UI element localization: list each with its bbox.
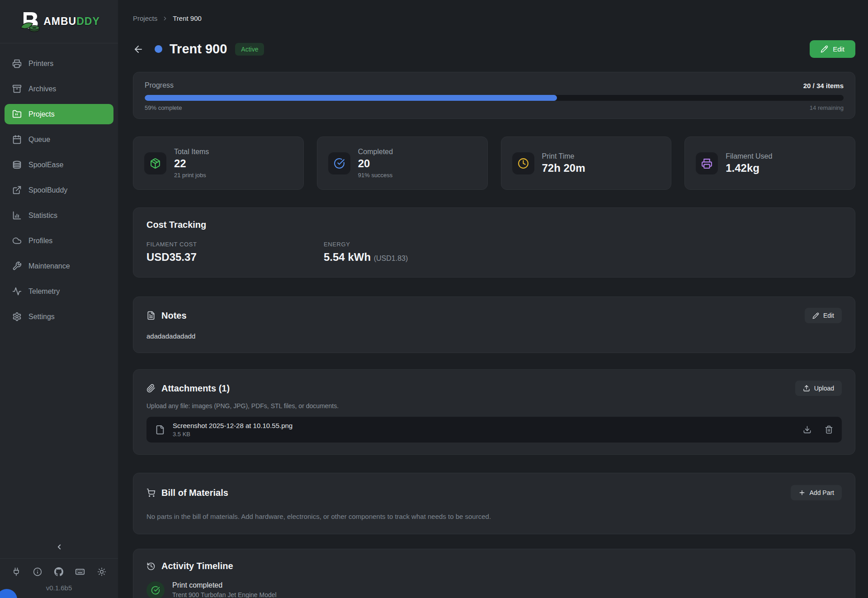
sidebar-item-label: Archives [28, 85, 56, 93]
status-badge: Active [235, 43, 264, 56]
progress-card: Progress 20 / 34 items 59% complete 14 r… [133, 72, 855, 119]
activity-icon [12, 287, 22, 296]
download-icon[interactable] [803, 425, 811, 434]
chevron-left-icon [55, 543, 63, 551]
plus-icon [798, 489, 806, 496]
app-version: v0.1.6b5 [12, 584, 106, 592]
clock-icon [512, 152, 534, 174]
history-icon [146, 562, 156, 571]
stats-row: Total Items 22 21 print jobs Completed 2… [133, 137, 855, 190]
progress-remaining-text: 14 remaining [810, 104, 844, 111]
sidebar-item-printers[interactable]: Printers [5, 53, 113, 74]
timeline-entry-title: Print completed [172, 581, 277, 589]
project-status-dot [155, 45, 162, 53]
stat-label: Print Time [542, 152, 585, 160]
brand-text: AMBUDDY [43, 15, 100, 28]
cloud-icon [12, 236, 22, 245]
upload-button[interactable]: Upload [795, 381, 842, 396]
stat-card-filament-used: Filament Used 1.42kg [684, 137, 855, 190]
sidebar-item-projects[interactable]: Projects [5, 104, 113, 124]
notes-title: Notes [161, 311, 187, 321]
sidebar-item-maintenance[interactable]: Maintenance [5, 256, 113, 276]
stat-value: 1.42kg [726, 162, 772, 174]
progress-percent-text: 59% complete [145, 104, 182, 111]
sidebar-item-label: Profiles [28, 237, 52, 245]
sidebar-item-spoolease[interactable]: SpoolEase [5, 155, 113, 175]
info-icon[interactable] [33, 567, 42, 576]
shopping-cart-icon [146, 488, 156, 497]
check-circle-icon [146, 581, 165, 598]
sidebar-item-label: Telemetry [28, 287, 60, 296]
spool-icon [12, 160, 22, 170]
stat-label: Total Items [174, 148, 209, 156]
stat-sub: 91% success [358, 172, 393, 179]
timeline-entry-subtitle: Trent 900 Turbofan Jet Engine Model [172, 591, 277, 598]
page-header: Trent 900 Active Edit [133, 40, 855, 58]
attachment-row: Screenshot 2025-12-28 at 10.10.55.png 3.… [146, 417, 842, 443]
edit-notes-button[interactable]: Edit [805, 308, 842, 323]
page-title: Trent 900 [170, 42, 227, 57]
stat-card-completed: Completed 20 91% success [317, 137, 488, 190]
sidebar-item-statistics[interactable]: Statistics [5, 205, 113, 226]
upload-icon [803, 385, 810, 392]
cost-tracking-title: Cost Tracking [146, 220, 842, 230]
energy-label: ENERGY [324, 241, 842, 248]
attachment-file-name: Screenshot 2025-12-28 at 10.10.55.png [173, 422, 292, 429]
app-logo: AMBUDDY [0, 0, 118, 43]
chevron-right-icon [162, 15, 168, 22]
sidebar-item-label: Projects [28, 110, 55, 118]
printer-icon [696, 152, 718, 174]
breadcrumb-current: Trent 900 [173, 14, 202, 22]
wrench-icon [12, 261, 22, 271]
cost-tracking-card: Cost Tracking FILAMENT COST USD35.37 ENE… [133, 207, 855, 278]
sidebar-item-spoolbuddy[interactable]: SpoolBuddy [5, 180, 113, 200]
notes-content: adadadadadadd [146, 332, 842, 340]
folder-icon [12, 109, 22, 119]
github-icon[interactable] [54, 567, 63, 576]
breadcrumb-projects-link[interactable]: Projects [133, 14, 157, 22]
trash-icon[interactable] [825, 425, 833, 434]
pencil-icon [821, 45, 828, 53]
sidebar-collapse-button[interactable] [0, 537, 118, 558]
back-button[interactable] [133, 44, 144, 55]
sidebar-item-label: SpoolEase [28, 161, 63, 169]
sidebar-item-label: Printers [28, 60, 53, 68]
stat-sub: 21 print jobs [174, 172, 209, 179]
stat-card-total-items: Total Items 22 21 print jobs [133, 137, 304, 190]
sidebar-item-telemetry[interactable]: Telemetry [5, 281, 113, 301]
sidebar: AMBUDDY Printers Archives Projects Queue… [0, 0, 118, 598]
external-link-icon [12, 185, 22, 195]
add-part-button[interactable]: Add Part [791, 485, 842, 500]
main-content: Projects Trent 900 Trent 900 Active Edit… [118, 0, 868, 598]
sidebar-item-label: Statistics [28, 212, 57, 220]
activity-timeline-card: Activity Timeline Print completed Trent … [133, 549, 855, 598]
stat-card-print-time: Print Time 72h 20m [501, 137, 672, 190]
paperclip-icon [146, 384, 156, 393]
keyboard-icon[interactable] [75, 567, 85, 577]
theme-sun-icon[interactable] [97, 567, 106, 576]
sidebar-item-label: Queue [28, 136, 50, 144]
plug-icon[interactable] [12, 567, 21, 576]
bom-title: Bill of Materials [161, 488, 228, 498]
file-text-icon [146, 311, 156, 320]
sidebar-item-settings[interactable]: Settings [5, 306, 113, 327]
timeline-entry: Print completed Trent 900 Turbofan Jet E… [146, 581, 842, 598]
package-icon [144, 152, 166, 174]
sidebar-item-archives[interactable]: Archives [5, 79, 113, 99]
filament-cost-value: USD35.37 [146, 251, 324, 264]
attachment-file-size: 3.5 KB [173, 431, 292, 438]
sidebar-item-label: Maintenance [28, 262, 70, 270]
sidebar-nav: Printers Archives Projects Queue SpoolEa… [0, 43, 118, 537]
pencil-icon [812, 312, 819, 319]
check-circle-icon [328, 152, 350, 174]
edit-project-button[interactable]: Edit [810, 40, 855, 58]
breadcrumb: Projects Trent 900 [133, 14, 855, 22]
sidebar-item-profiles[interactable]: Profiles [5, 231, 113, 251]
progress-label: Progress [145, 81, 174, 89]
attachments-title: Attachments (1) [161, 383, 230, 394]
progress-items-count: 20 / 34 items [803, 82, 844, 89]
sidebar-item-queue[interactable]: Queue [5, 129, 113, 150]
stat-value: 72h 20m [542, 162, 585, 174]
stat-value: 20 [358, 157, 393, 170]
printer-icon [12, 59, 22, 68]
